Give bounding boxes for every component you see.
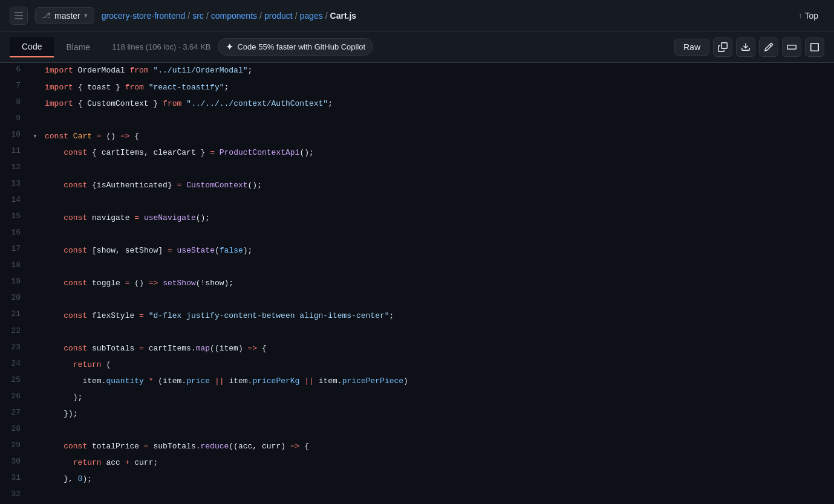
table-row: 9 xyxy=(0,112,834,128)
line-number: 23 xyxy=(0,341,30,357)
code-table: 6 import OrderModal from "../util/OrderM… xyxy=(0,63,834,504)
code-container: 6 import OrderModal from "../util/OrderM… xyxy=(0,63,834,504)
arrow-up-icon: ↑ xyxy=(798,11,803,20)
line-code: const totalPrice = subTotals.reduce((acc… xyxy=(42,439,834,455)
line-arrow xyxy=(30,63,42,79)
line-number: 22 xyxy=(0,325,30,341)
line-arrow xyxy=(30,226,42,242)
table-row: 20 xyxy=(0,291,834,308)
line-number: 20 xyxy=(0,291,30,308)
table-row: 7 import { toast } from "react-toastify"… xyxy=(0,79,834,95)
line-code: }); xyxy=(42,406,834,422)
line-code xyxy=(42,259,834,275)
line-code: import OrderModal from "../util/OrderMod… xyxy=(42,63,834,79)
breadcrumb: grocery-store-frontend / src / component… xyxy=(102,11,356,21)
line-code: const Cart = () => { xyxy=(42,128,834,144)
table-row: 24 return ( xyxy=(0,357,834,373)
copy-button[interactable] xyxy=(713,37,732,57)
line-code: const navigate = useNavigate(); xyxy=(42,210,834,226)
line-code xyxy=(42,325,834,341)
line-arrow xyxy=(30,471,42,488)
line-number: 12 xyxy=(0,161,30,177)
edit-button[interactable] xyxy=(759,37,778,57)
blame-tab[interactable]: Blame xyxy=(54,37,102,57)
line-code: const [show, setShow] = useState(false); xyxy=(42,242,834,259)
line-arrow xyxy=(30,79,42,95)
line-arrow xyxy=(30,341,42,357)
breadcrumb-pages[interactable]: pages xyxy=(300,11,323,21)
line-arrow xyxy=(30,488,42,504)
line-number: 11 xyxy=(0,144,30,161)
table-row: 21 const flexStyle = "d-flex justify-con… xyxy=(0,308,834,324)
file-toolbar: Code Blame 118 lines (106 loc) · 3.64 KB… xyxy=(0,31,834,63)
line-arrow xyxy=(30,439,42,455)
download-button[interactable] xyxy=(736,37,755,57)
line-code: item.quantity * (item.price || item.pric… xyxy=(42,373,834,390)
code-tab[interactable]: Code xyxy=(10,37,54,57)
line-arrow xyxy=(30,422,42,439)
line-arrow xyxy=(30,308,42,324)
branch-icon: ⎇ xyxy=(42,11,51,20)
line-code xyxy=(42,112,834,128)
breadcrumb-current-file: Cart.js xyxy=(330,11,357,21)
table-row: 25 item.quantity * (item.price || item.p… xyxy=(0,373,834,390)
line-code: return acc + curr; xyxy=(42,455,834,471)
line-number: 13 xyxy=(0,177,30,193)
copilot-icon: ✦ xyxy=(226,41,233,53)
sidebar-toggle-button[interactable] xyxy=(10,7,28,25)
line-number: 21 xyxy=(0,308,30,324)
line-number: 15 xyxy=(0,210,30,226)
line-number: 32 xyxy=(0,488,30,504)
line-code: const toggle = () => setShow(!show); xyxy=(42,275,834,291)
table-row: 22 xyxy=(0,325,834,341)
line-number: 28 xyxy=(0,422,30,439)
table-row: 27 }); xyxy=(0,406,834,422)
breadcrumb-product[interactable]: product xyxy=(264,11,293,21)
line-arrow xyxy=(30,455,42,471)
copilot-text: Code 55% faster with GitHub Copilot xyxy=(237,42,365,51)
line-code xyxy=(42,226,834,242)
line-number: 26 xyxy=(0,390,30,406)
top-bar: ⎇ master ▾ grocery-store-frontend / src … xyxy=(0,0,834,31)
breadcrumb-src[interactable]: src xyxy=(192,11,204,21)
line-number: 6 xyxy=(0,63,30,79)
table-row: 30 return acc + curr; xyxy=(0,455,834,471)
line-arrow xyxy=(30,406,42,422)
line-arrow xyxy=(30,210,42,226)
table-row: 18 xyxy=(0,259,834,275)
top-button[interactable]: ↑ Top xyxy=(792,8,824,23)
line-arrow xyxy=(30,177,42,193)
more-options-button[interactable] xyxy=(782,37,801,57)
line-arrow[interactable]: ▾ xyxy=(30,128,42,144)
table-row: 28 xyxy=(0,422,834,439)
line-number: 19 xyxy=(0,275,30,291)
top-button-label: Top xyxy=(804,11,818,21)
line-number: 24 xyxy=(0,357,30,373)
file-meta: 118 lines (106 loc) · 3.64 KB xyxy=(112,42,210,51)
branch-selector[interactable]: ⎇ master ▾ xyxy=(35,7,94,24)
breadcrumb-sep-4: / xyxy=(295,11,298,21)
line-arrow xyxy=(30,357,42,373)
table-row: 29 const totalPrice = subTotals.reduce((… xyxy=(0,439,834,455)
copilot-badge[interactable]: ✦ Code 55% faster with GitHub Copilot xyxy=(218,38,373,56)
line-code xyxy=(42,161,834,177)
line-number: 8 xyxy=(0,95,30,112)
table-row: 10 ▾ const Cart = () => { xyxy=(0,128,834,144)
line-number: 16 xyxy=(0,226,30,242)
table-row: 15 const navigate = useNavigate(); xyxy=(0,210,834,226)
breadcrumb-repo[interactable]: grocery-store-frontend xyxy=(102,11,186,21)
branch-name: master xyxy=(54,11,80,21)
line-number: 17 xyxy=(0,242,30,259)
breadcrumb-sep-3: / xyxy=(259,11,262,21)
line-number: 30 xyxy=(0,455,30,471)
line-arrow xyxy=(30,325,42,341)
file-toolbar-left: Code Blame 118 lines (106 loc) · 3.64 KB… xyxy=(10,37,373,57)
symbol-panel-button[interactable] xyxy=(805,37,824,57)
breadcrumb-sep-2: / xyxy=(206,11,209,21)
line-arrow xyxy=(30,275,42,291)
raw-button[interactable]: Raw xyxy=(674,39,709,56)
table-row: 17 const [show, setShow] = useState(fals… xyxy=(0,242,834,259)
line-number: 10 xyxy=(0,128,30,144)
breadcrumb-components[interactable]: components xyxy=(211,11,257,21)
line-arrow xyxy=(30,193,42,210)
